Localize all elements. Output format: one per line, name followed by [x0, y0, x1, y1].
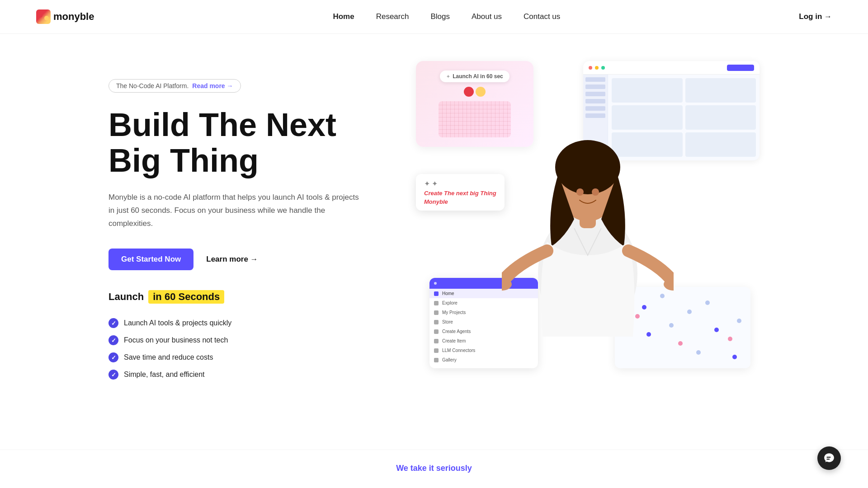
nav-item-label-llm: LLM Connectors [442, 348, 475, 353]
dashboard-cell-5 [612, 132, 683, 157]
bottom-tagline: We take it seriously [0, 464, 868, 473]
scatter-dot-11 [696, 350, 701, 355]
nav-item-label-agents: Create Agents [442, 329, 471, 334]
nav-contact[interactable]: Contact us [524, 12, 560, 21]
sidebar-row-3 [585, 92, 605, 96]
dashboard-cell-1 [612, 78, 683, 103]
nav-item-home: Home [429, 289, 538, 298]
feature-item-3: Save time and reduce costs [108, 352, 362, 362]
chat-button[interactable] [817, 446, 841, 470]
launch-badge-text: Launch AI in 60 sec [453, 73, 503, 80]
nav-item-llm: LLM Connectors [429, 346, 538, 355]
ai-bubble-brand: Monyble [424, 198, 496, 205]
sidebar-row-2 [585, 84, 605, 89]
sidebar-row-5 [585, 106, 605, 111]
dashboard-main-content [608, 75, 760, 160]
feature-text-4: Simple, fast, and efficient [124, 371, 204, 379]
check-icon-4 [108, 370, 118, 380]
bottom-section: We take it seriously [0, 450, 868, 482]
svg-point-2 [558, 154, 617, 221]
window-dot-green [601, 66, 605, 70]
nav-about[interactable]: About us [472, 12, 502, 21]
svg-point-6 [576, 188, 584, 196]
nav-item-agents: Create Agents [429, 327, 538, 336]
logo-small-graphic [464, 87, 486, 97]
nav-item-label-explore: Explore [442, 300, 458, 305]
feature-text-1: Launch AI tools & projects quickly [124, 319, 231, 327]
dashboard-tab-btn [727, 65, 754, 71]
ai-bubble-title: Create The next big Thing [424, 190, 496, 197]
scatter-dot-9 [705, 300, 710, 305]
chat-bubble-icon [823, 452, 835, 464]
feature-item-4: Simple, fast, and efficient [108, 370, 362, 380]
logo[interactable]: monyble [36, 9, 94, 24]
scatter-dot-4 [635, 314, 640, 319]
nav-item-icon-llm [434, 348, 439, 353]
nav-item-label-projects: My Projects [442, 310, 466, 315]
scatter-dot-13 [737, 319, 741, 323]
nav-home[interactable]: Home [333, 12, 354, 21]
learn-more-button[interactable]: Learn more → [206, 255, 258, 264]
hero-left: The No-Code AI Platform. Read more → Bui… [108, 61, 362, 380]
nav-links: Home Research Blogs About us Contact us [333, 12, 560, 21]
nav-item-projects: My Projects [429, 308, 538, 317]
scatter-dot-6 [646, 332, 651, 337]
dashboard-body [583, 75, 760, 160]
dashboard-cell-4 [685, 105, 756, 130]
launch-label: Launch [108, 291, 144, 303]
cta-row: Get Started Now Learn more → [108, 249, 362, 270]
nav-item-icon-create [434, 339, 439, 343]
window-dot-yellow [595, 66, 599, 70]
get-started-button[interactable]: Get Started Now [108, 249, 193, 270]
scatter-dot-12 [728, 337, 732, 341]
nav-item-label-gallery: Gallery [442, 357, 457, 362]
check-icon-1 [108, 318, 118, 328]
scatter-dot-5 [669, 323, 674, 328]
nav-item-create-item: Create Item [429, 336, 538, 346]
nav-item-icon-agents [434, 329, 439, 334]
dashboard-card-top [583, 61, 760, 160]
sidebar-row-6 [585, 113, 605, 118]
hero-illustration: Launch AI in 60 sec [416, 61, 760, 377]
scatter-chart-card [615, 287, 750, 368]
feature-text-3: Save time and reduce costs [124, 353, 213, 361]
badge-link[interactable]: Read more → [192, 82, 233, 89]
window-dot-red [589, 66, 592, 70]
nav-item-explore: Explore [429, 298, 538, 308]
bottom-header-indicator [434, 282, 437, 285]
launch-highlight: in 60 Seconds [148, 290, 224, 304]
logo-icon [36, 9, 51, 24]
dashboard-cell-3 [612, 105, 683, 130]
dot-red [464, 87, 474, 97]
nav-item-label-home: Home [442, 291, 454, 296]
hero-heading: Build The Next Big Thing [108, 107, 362, 178]
dashboard-cell-2 [685, 78, 756, 103]
sidebar-row-1 [585, 77, 605, 82]
feature-list: Launch AI tools & projects quickly Focus… [108, 318, 362, 380]
hero-section: The No-Code AI Platform. Read more → Bui… [0, 34, 868, 441]
pink-graphic-chart [439, 101, 511, 137]
svg-point-7 [592, 188, 599, 196]
tag-badge: The No-Code AI Platform. Read more → [108, 79, 241, 93]
nav-item-icon-home [434, 291, 439, 296]
navigation: monyble Home Research Blogs About us Con… [0, 0, 868, 34]
launch-row: Launch in 60 Seconds [108, 290, 362, 304]
nav-item-gallery: Gallery [429, 355, 538, 365]
nav-research[interactable]: Research [376, 12, 409, 21]
feature-text-2: Focus on your business not tech [124, 336, 228, 344]
dashboard-cell-6 [685, 132, 756, 157]
feature-item-2: Focus on your business not tech [108, 335, 362, 345]
nav-item-icon-gallery [434, 358, 439, 362]
dashboard-header [583, 61, 760, 75]
scatter-dot-2 [642, 305, 646, 310]
nav-blogs[interactable]: Blogs [430, 12, 450, 21]
login-button[interactable]: Log in → [799, 12, 832, 21]
heading-line2: Big Thing [108, 142, 259, 178]
check-icon-2 [108, 335, 118, 345]
ui-card-bottom-nav: Home Explore My Projects Store Create Ag… [429, 278, 538, 368]
heading-line1: Build The Next [108, 107, 336, 143]
scatter-dot-10 [714, 328, 719, 332]
scatter-inner [615, 287, 750, 368]
dashboard-sidebar [583, 75, 608, 160]
check-icon-3 [108, 352, 118, 362]
